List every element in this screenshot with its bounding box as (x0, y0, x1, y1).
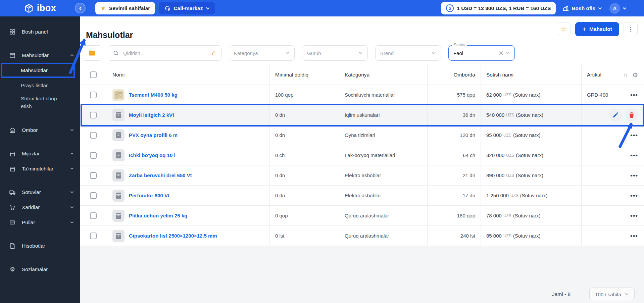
status-filter[interactable]: Status Faol (448, 45, 515, 61)
chevron-down-icon (358, 52, 363, 54)
filter-sliders-icon[interactable] (210, 50, 216, 56)
sidebar-item-bosh-panel[interactable]: Bosh panel (0, 24, 80, 39)
pencil-icon (612, 112, 618, 118)
price-cell: 95 000UZS(Sotuv narx) (481, 125, 581, 145)
sidebar-item-taminotchilar[interactable]: Ta'minotchilar (0, 161, 80, 176)
plus-icon: + (582, 26, 586, 33)
price-cell: 320 000UZS(Sotuv narx) (481, 145, 581, 165)
row-checkbox[interactable] (90, 132, 97, 139)
stock-cell: 240 lst (427, 226, 481, 246)
call-center-button[interactable]: Call-markaz (159, 2, 215, 14)
sidebar-item-hisobotlar[interactable]: Hisobotlar (0, 238, 80, 253)
edit-button[interactable] (609, 109, 622, 121)
row-menu-button[interactable]: ••• (630, 132, 638, 139)
product-placeholder-icon (112, 129, 125, 141)
chevron-down-icon (625, 293, 629, 296)
sidebar-item-sozlamalar[interactable]: ⚙ Sozlamalar (0, 262, 80, 277)
table-row[interactable]: Gipsokarton list 2500×1200×12.5 mm 0 lst… (80, 226, 644, 246)
folders-button[interactable] (82, 45, 102, 61)
sidebar-subitem-mahsulotlar[interactable]: Mahsulotlar (0, 63, 80, 78)
favorite-page-button[interactable]: ☆ (557, 22, 571, 36)
sort-icon[interactable]: ↑↓ (624, 72, 627, 78)
sidebar-item-mijozlar[interactable]: Mijozlar (0, 146, 80, 161)
artikul-cell: ••• (581, 206, 644, 225)
table-row[interactable]: Zarba beruvchi drel 650 Vt 0 dn Elektro … (80, 165, 644, 186)
table-row[interactable]: PVX oyna profili 6 m 0 dn Oyna tizimlari… (80, 125, 644, 145)
stock-cell: 64 ch (427, 145, 481, 165)
row-checkbox[interactable] (90, 152, 97, 159)
select-all-checkbox[interactable] (90, 71, 97, 78)
avatar[interactable]: A (609, 3, 620, 14)
row-checkbox[interactable] (90, 192, 97, 199)
row-checkbox[interactable] (90, 212, 97, 219)
delete-button[interactable] (625, 109, 638, 121)
row-checkbox[interactable] (90, 92, 97, 98)
row-menu-button[interactable]: ••• (630, 212, 638, 219)
artikul-value: GRD-400 (587, 92, 608, 98)
chevron-down-icon (70, 152, 74, 155)
table-footer-area: Jami - 8 100 / sahifa (80, 246, 644, 303)
page-size-select[interactable]: 100 / sahifa (589, 288, 635, 301)
truck-icon (9, 189, 16, 196)
search-box[interactable] (108, 45, 221, 61)
product-name-link[interactable]: PVX oyna profili 6 m (129, 132, 178, 138)
search-input[interactable] (122, 50, 206, 56)
table-row[interactable]: Moyli isitgich 2 kVt 0 dn Iqlim uskunala… (80, 105, 644, 125)
stock-cell: 575 qop (427, 85, 481, 105)
sidebar-subitem-shtrix-kod[interactable]: Shtrix-kod chop etish (0, 93, 80, 112)
table-settings-gear-icon[interactable]: ⚙ (632, 71, 638, 79)
category-filter[interactable]: Kategoriya (229, 45, 295, 61)
row-menu-button[interactable]: ••• (630, 152, 638, 159)
min-stock-cell: 0 dn (269, 165, 339, 185)
currency-rates-widget[interactable]: $ 1 USD = 12 300 UZS, 1 RUB = 160 UZS (441, 2, 556, 14)
page-menu-button[interactable]: ⋮ (624, 22, 638, 36)
product-name-link[interactable]: Gipsokarton list 2500×1200×12.5 mm (129, 233, 217, 239)
column-header-stock[interactable]: Omborda (427, 65, 481, 85)
brand-filter[interactable]: Brend (375, 45, 441, 61)
table-row[interactable]: Tsement M400 50 kg 100 qop Sochiluvchi m… (80, 85, 644, 105)
clear-filter-icon[interactable] (499, 51, 503, 55)
product-name-link[interactable]: Tsement M400 50 kg (129, 92, 178, 98)
favorites-button[interactable]: ★ Sevimli sahifalar (95, 2, 155, 14)
table-row[interactable]: Ichki bo'yoq oq 10 l 0 ch Lak-bo'yoq mat… (80, 145, 644, 165)
row-menu-button[interactable]: ••• (630, 172, 638, 179)
row-checkbox[interactable] (90, 112, 97, 118)
group-filter[interactable]: Guruh (302, 45, 368, 61)
chevron-down-icon (598, 7, 602, 10)
artikul-cell: ••• (581, 125, 644, 145)
sidebar-subitem-prays-listlar[interactable]: Prays listlar (0, 78, 80, 93)
table-row[interactable]: Plitka uchun yelim 25 kg 0 qop Quruq ara… (80, 206, 644, 226)
sidebar-item-pullar[interactable]: Pullar (0, 215, 80, 230)
product-name-link[interactable]: Plitka uchun yelim 25 kg (129, 213, 187, 218)
user-menu[interactable]: A (609, 3, 627, 14)
product-placeholder-icon (112, 109, 125, 121)
add-product-button[interactable]: + Mahsulot (575, 22, 619, 36)
sidebar-item-label: Pullar (22, 219, 35, 225)
row-checkbox[interactable] (90, 233, 97, 239)
row-menu-button[interactable]: ••• (630, 192, 638, 199)
column-header-artikul[interactable]: Artikul ↑↓ ⚙ (581, 65, 644, 85)
row-menu-button[interactable]: ••• (630, 91, 638, 99)
row-checkbox[interactable] (90, 172, 97, 179)
sidebar-item-mahsulotlar[interactable]: Mahsulotlar (0, 48, 80, 63)
column-header-price[interactable]: Sotish narxi (481, 65, 581, 85)
product-name-link[interactable]: Moyli isitgich 2 kVt (129, 112, 174, 118)
sidebar-item-xaridlar[interactable]: Xaridlar (0, 200, 80, 215)
sidebar-collapse-button[interactable]: ‹ (75, 3, 86, 13)
column-header-category[interactable]: Kategoriya (339, 65, 427, 85)
product-name-link[interactable]: Perforator 800 Vt (129, 193, 169, 198)
sidebar-item-ombor[interactable]: Ombor (0, 122, 80, 138)
artikul-cell: ••• (581, 186, 644, 205)
product-name-link[interactable]: Zarba beruvchi drel 650 Vt (129, 172, 192, 178)
column-header-min[interactable]: Minimal qoldiq (269, 65, 339, 85)
product-name-link[interactable]: Ichki bo'yoq oq 10 l (129, 152, 176, 158)
row-actions (609, 109, 638, 121)
office-selector[interactable]: Bosh ofis (562, 5, 602, 11)
storefront-icon (9, 150, 16, 157)
sidebar-item-sotuvlar[interactable]: Sotuvlar (0, 185, 80, 200)
product-placeholder-icon (112, 210, 125, 222)
row-menu-button[interactable]: ••• (630, 232, 638, 240)
column-header-name[interactable]: Nomi (107, 65, 269, 85)
table-row[interactable]: Perforator 800 Vt 0 dn Elektro asboblar … (80, 186, 644, 206)
stock-cell: 180 qop (427, 206, 481, 225)
